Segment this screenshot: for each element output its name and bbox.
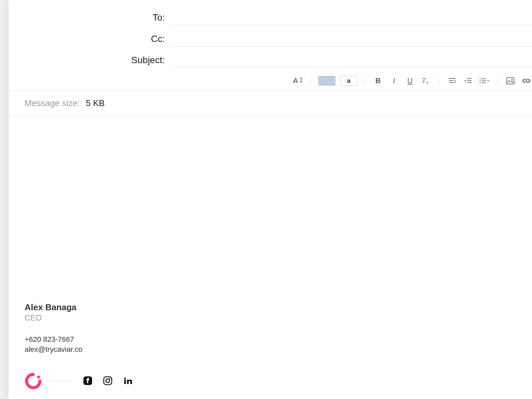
svg-rect-22 bbox=[104, 377, 112, 385]
facebook-link[interactable] bbox=[82, 375, 93, 386]
instagram-link[interactable] bbox=[102, 375, 113, 386]
subject-input[interactable] bbox=[172, 55, 532, 65]
company-logo-icon bbox=[25, 372, 41, 389]
indent-icon bbox=[464, 77, 472, 84]
align-left-button[interactable] bbox=[447, 75, 458, 86]
email-signature: Alex Banaga CEO +620 823-7667 alex@tryca… bbox=[9, 302, 532, 389]
toolbar-divider bbox=[497, 77, 497, 85]
svg-point-24 bbox=[109, 378, 111, 379]
to-input[interactable] bbox=[172, 12, 532, 22]
subject-input-wrap bbox=[172, 53, 532, 68]
format-toolbar: A a B bbox=[9, 70, 532, 90]
message-size-value: 5 KB bbox=[86, 98, 104, 108]
to-row: To: bbox=[9, 7, 532, 28]
toolbar-divider bbox=[365, 77, 365, 85]
linkedin-link[interactable] bbox=[122, 375, 133, 386]
sidebar-panel bbox=[0, 0, 9, 399]
header-fields: To: Cc: Subject: A bbox=[9, 0, 532, 91]
to-label: To: bbox=[9, 12, 165, 23]
bold-button[interactable]: B bbox=[372, 75, 384, 86]
signature-email: alex@trycaviar.co bbox=[25, 345, 516, 354]
svg-text:x: x bbox=[426, 80, 428, 84]
to-input-wrap bbox=[172, 10, 532, 25]
svg-text:T: T bbox=[422, 77, 426, 84]
svg-point-11 bbox=[479, 80, 480, 81]
svg-text:A: A bbox=[293, 77, 298, 85]
clear-format-button[interactable]: T x bbox=[420, 75, 432, 86]
svg-point-10 bbox=[479, 78, 480, 79]
align-left-icon bbox=[448, 77, 456, 84]
format-toolbar-area: A a B bbox=[9, 70, 532, 91]
svg-point-20 bbox=[37, 376, 40, 379]
svg-point-17 bbox=[511, 79, 513, 80]
underline-icon: U bbox=[407, 76, 413, 85]
image-icon bbox=[506, 77, 515, 84]
toolbar-divider bbox=[439, 77, 439, 85]
insert-image-button[interactable] bbox=[505, 75, 516, 86]
svg-point-25 bbox=[124, 377, 126, 379]
subject-row: Subject: bbox=[9, 49, 532, 70]
message-size-label: Message size: bbox=[25, 98, 80, 108]
highlight-swatch-icon bbox=[318, 76, 335, 86]
signature-title: CEO bbox=[25, 313, 516, 323]
signature-footer bbox=[25, 372, 516, 389]
underline-button[interactable]: U bbox=[404, 75, 416, 86]
list-button[interactable] bbox=[478, 75, 490, 86]
svg-point-12 bbox=[479, 82, 480, 83]
list-icon bbox=[479, 77, 489, 84]
toolbar-divider bbox=[311, 77, 311, 85]
font-size-button[interactable]: A bbox=[292, 75, 303, 86]
cc-input[interactable] bbox=[172, 33, 532, 44]
signature-name: Alex Banaga bbox=[25, 302, 516, 313]
indent-button[interactable] bbox=[463, 75, 474, 86]
linkedin-icon bbox=[123, 376, 132, 385]
signature-divider bbox=[51, 381, 73, 381]
insert-link-button[interactable] bbox=[521, 75, 532, 86]
cc-row: Cc: bbox=[9, 28, 532, 49]
message-size-row: Message size: 5 KB bbox=[9, 91, 532, 116]
facebook-icon bbox=[83, 376, 92, 385]
compose-pane: To: Cc: Subject: A bbox=[9, 0, 532, 399]
clear-format-icon: T x bbox=[422, 77, 430, 84]
cc-input-wrap bbox=[172, 31, 532, 47]
subject-label: Subject: bbox=[9, 55, 165, 66]
highlight-color-button[interactable] bbox=[318, 75, 335, 86]
bold-icon: B bbox=[375, 76, 381, 85]
font-size-icon: A bbox=[293, 77, 302, 85]
italic-button[interactable]: I bbox=[388, 75, 400, 86]
link-icon bbox=[522, 77, 531, 84]
svg-point-23 bbox=[106, 379, 109, 382]
svg-rect-26 bbox=[124, 380, 126, 384]
text-color-icon: a bbox=[340, 76, 357, 86]
message-body[interactable] bbox=[9, 116, 532, 216]
text-color-button[interactable]: a bbox=[340, 75, 357, 86]
cc-label: Cc: bbox=[9, 34, 165, 44]
signature-phone: +620 823-7667 bbox=[25, 335, 516, 344]
instagram-icon bbox=[103, 376, 112, 385]
italic-icon: I bbox=[393, 76, 395, 85]
svg-rect-16 bbox=[507, 78, 514, 84]
